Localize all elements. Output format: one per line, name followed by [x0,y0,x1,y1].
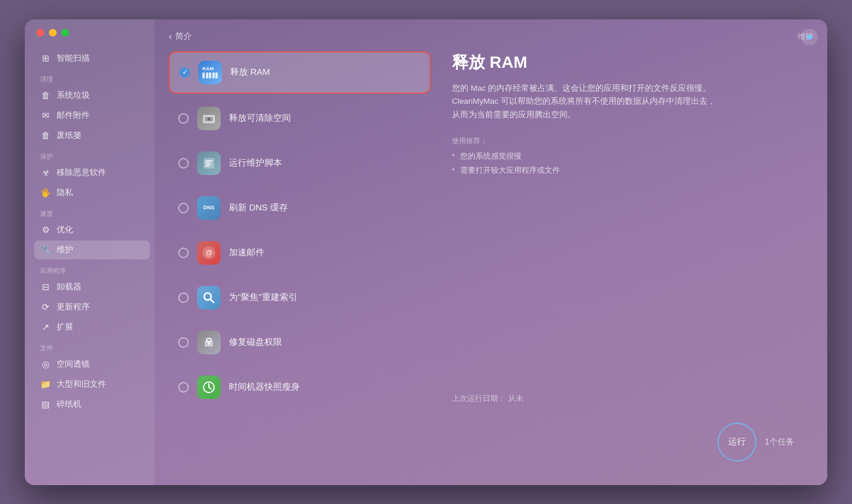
sidebar: ⊞ 智能扫描 清理 🗑 系统垃圾 ✉ 邮件附件 🗑 废纸篓 保护 ☣ 移除恶意软… [25,19,155,485]
task-radio-reindex-spotlight[interactable] [178,292,189,303]
last-run-value: 从未 [508,394,523,403]
ram-icon: RAM [198,61,222,84]
timemachine-icon [197,375,221,399]
svg-rect-6 [205,164,211,165]
top-right-button[interactable] [801,29,818,45]
sidebar-item-mail-attachments[interactable]: ✉ 邮件附件 [34,106,150,125]
task-item-run-scripts[interactable]: 运行维护脚本 [169,143,431,183]
sidebar-label-mail-attachments: 邮件附件 [57,110,90,121]
recommend-item-1: 您的系统感觉很慢 [452,151,808,162]
sidebar-label-recycle-bin: 废纸篓 [57,130,81,141]
space-icon: ◎ [40,359,51,370]
sidebar-item-smart-scan[interactable]: ⊞ 智能扫描 [34,49,150,68]
uninstall-icon: ⊟ [40,282,51,292]
sidebar-item-extensions[interactable]: ↗ 扩展 [34,318,150,337]
task-item-free-purgeable[interactable]: 释放可清除空间 [169,98,431,139]
recommend-label: 使用推荐： [452,136,808,146]
sidebar-item-updater[interactable]: ⟳ 更新程序 [34,298,150,317]
back-button[interactable]: ‹ 简介 [169,31,192,42]
task-item-flush-dns[interactable]: DNS 刷新 DNS 缓存 [169,188,431,228]
malware-icon: ☣ [40,167,51,178]
main-panel: ‹ 简介 维护 RAM [155,19,827,485]
main-header: ‹ 简介 维护 [155,31,827,51]
svg-rect-3 [204,158,214,169]
detail-description: 您的 Mac 的内存经常被占满。这会让您的应用和打开的文件反应很慢。CleanM… [452,82,808,123]
sidebar-item-privacy[interactable]: 🖐 隐私 [34,183,150,202]
close-button[interactable] [37,29,44,37]
run-button[interactable]: 运行 [717,423,756,462]
sidebar-label-maintain: 维护 [57,245,73,255]
sidebar-item-large-files[interactable]: 📁 大型和旧文件 [34,375,150,394]
status-dot [807,35,812,39]
task-name-flush-dns: 刷新 DNS 缓存 [229,202,288,213]
fullscreen-button[interactable] [61,29,69,37]
task-radio-free-purgeable[interactable] [178,113,189,124]
recommend-list: 您的系统感觉很慢 需要打开较大应用程序或文件 [452,151,808,176]
task-name-free-purgeable: 释放可清除空间 [229,113,291,124]
task-item-repair-permissions[interactable]: 修复磁盘权限 [169,322,431,363]
section-label-files: 文件 [34,338,150,354]
maintain-icon: 🔧 [40,245,51,255]
sidebar-item-system-trash[interactable]: 🗑 系统垃圾 [34,86,150,105]
bottom-bar: 运行 1个任务 [452,416,808,473]
svg-point-14 [208,342,210,344]
sidebar-label-smart-scan: 智能扫描 [57,53,90,64]
svg-rect-7 [205,166,209,167]
svg-text:@: @ [205,249,212,257]
task-item-speed-mail[interactable]: @ 加速邮件 [169,233,431,273]
run-label: 运行 [728,436,746,447]
section-label-speed: 速度 [34,203,150,219]
sidebar-label-large-files: 大型和旧文件 [57,379,106,390]
task-radio-slim-timemachine[interactable] [178,382,189,393]
svg-point-2 [208,117,211,120]
svg-line-11 [211,299,214,302]
sidebar-item-space-lens[interactable]: ◎ 空间透镜 [34,355,150,374]
task-radio-run-scripts[interactable] [178,158,189,169]
sidebar-item-shredder[interactable]: ▤ 碎纸机 [34,395,150,414]
minimize-button[interactable] [49,29,57,37]
task-list: RAM 释放 RAM [169,51,440,485]
sidebar-item-malware[interactable]: ☣ 移除恶意软件 [34,163,150,182]
section-label-apps: 应用程序 [34,261,150,276]
sidebar-label-shredder: 碎纸机 [57,399,81,410]
dns-icon: DNS [197,196,221,220]
sidebar-label-updater: 更新程序 [57,302,90,312]
task-name-free-ram: 释放 RAM [230,67,270,78]
app-window: ⊞ 智能扫描 清理 🗑 系统垃圾 ✉ 邮件附件 🗑 废纸篓 保护 ☣ 移除恶意软… [25,19,827,485]
back-label: 简介 [175,31,192,42]
sidebar-label-extensions: 扩展 [57,322,73,332]
sidebar-label-uninstaller: 卸载器 [57,282,81,292]
trash-icon: 🗑 [40,90,51,101]
svg-rect-13 [207,338,211,342]
optimize-icon: ⚙ [40,225,51,235]
mail-icon: ✉ [40,110,51,121]
sidebar-label-privacy: 隐私 [57,187,73,198]
spotlight-icon [197,286,221,309]
shred-icon: ▤ [40,399,51,410]
sidebar-item-uninstaller[interactable]: ⊟ 卸载器 [34,278,150,297]
task-item-reindex-spotlight[interactable]: 为"聚焦"重建索引 [169,278,431,318]
scan-icon: ⊞ [40,53,51,64]
sidebar-label-optimize: 优化 [57,225,73,235]
sidebar-item-recycle-bin[interactable]: 🗑 废纸篓 [34,126,150,145]
task-item-free-ram[interactable]: RAM 释放 RAM [169,51,431,94]
bin-icon: 🗑 [40,130,51,141]
mail-speed-icon: @ [197,241,221,265]
svg-rect-4 [205,160,212,162]
task-radio-free-ram[interactable] [179,67,190,78]
task-item-slim-timemachine[interactable]: 时间机器快照瘦身 [169,367,431,407]
disk-icon [197,107,221,130]
extend-icon: ↗ [40,322,51,332]
update-icon: ⟳ [40,302,51,312]
sidebar-item-maintain[interactable]: 🔧 维护 [34,241,150,259]
sidebar-label-space-lens: 空间透镜 [57,359,90,370]
section-label-clean: 清理 [34,69,150,85]
sidebar-item-optimize[interactable]: ⚙ 优化 [34,220,150,239]
task-radio-repair-permissions[interactable] [178,337,189,348]
back-chevron-icon: ‹ [169,31,172,42]
task-radio-flush-dns[interactable] [178,203,189,213]
sidebar-label-system-trash: 系统垃圾 [57,90,90,101]
privacy-icon: 🖐 [40,187,51,198]
task-radio-speed-mail[interactable] [178,248,189,258]
content-area: RAM 释放 RAM [155,51,827,485]
